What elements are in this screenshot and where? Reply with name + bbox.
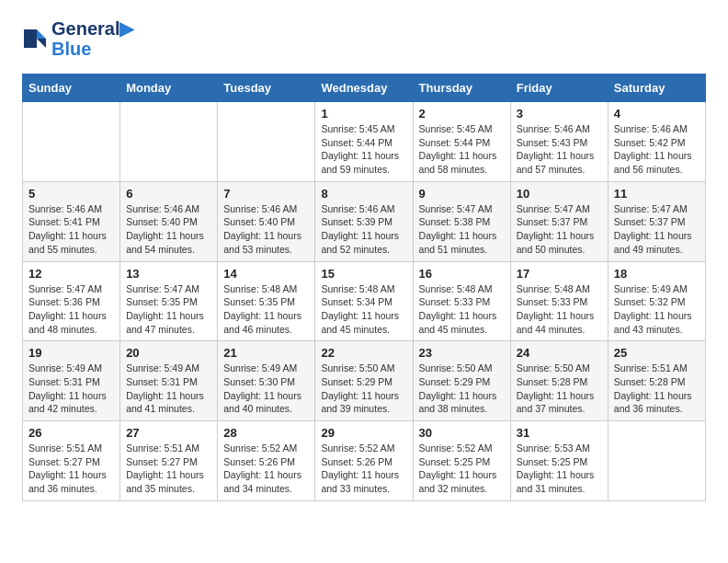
calendar-week-row: 1Sunrise: 5:45 AM Sunset: 5:44 PM Daylig… xyxy=(23,102,706,182)
day-detail: Sunrise: 5:48 AM Sunset: 5:33 PM Dayligh… xyxy=(419,282,505,337)
calendar-week-row: 12Sunrise: 5:47 AM Sunset: 5:36 PM Dayli… xyxy=(23,261,706,341)
day-number: 29 xyxy=(321,426,406,440)
calendar-cell: 15Sunrise: 5:48 AM Sunset: 5:34 PM Dayli… xyxy=(315,261,413,341)
calendar-cell: 19Sunrise: 5:49 AM Sunset: 5:31 PM Dayli… xyxy=(23,341,120,421)
day-number: 30 xyxy=(419,426,505,440)
day-detail: Sunrise: 5:46 AM Sunset: 5:41 PM Dayligh… xyxy=(28,202,114,257)
weekday-header-wednesday: Wednesday xyxy=(315,75,413,102)
calendar-cell xyxy=(218,102,315,182)
day-number: 16 xyxy=(419,267,505,281)
weekday-header-row: SundayMondayTuesdayWednesdayThursdayFrid… xyxy=(23,75,706,102)
svg-marker-0 xyxy=(37,29,46,39)
logo: General▶ Blue xyxy=(22,18,133,59)
day-detail: Sunrise: 5:48 AM Sunset: 5:34 PM Dayligh… xyxy=(321,282,406,337)
day-number: 4 xyxy=(614,107,700,121)
day-detail: Sunrise: 5:51 AM Sunset: 5:28 PM Dayligh… xyxy=(614,362,700,416)
calendar-week-row: 26Sunrise: 5:51 AM Sunset: 5:27 PM Dayli… xyxy=(23,421,706,501)
calendar-week-row: 19Sunrise: 5:49 AM Sunset: 5:31 PM Dayli… xyxy=(23,341,706,421)
calendar-cell: 28Sunrise: 5:52 AM Sunset: 5:26 PM Dayli… xyxy=(218,421,315,501)
day-number: 22 xyxy=(321,346,406,360)
calendar-cell: 13Sunrise: 5:47 AM Sunset: 5:35 PM Dayli… xyxy=(120,261,218,341)
calendar-cell: 7Sunrise: 5:46 AM Sunset: 5:40 PM Daylig… xyxy=(218,181,315,261)
calendar-cell: 17Sunrise: 5:48 AM Sunset: 5:33 PM Dayli… xyxy=(510,261,608,341)
calendar-cell xyxy=(120,102,218,182)
day-number: 11 xyxy=(614,187,700,201)
calendar-cell: 31Sunrise: 5:53 AM Sunset: 5:25 PM Dayli… xyxy=(510,421,608,501)
day-detail: Sunrise: 5:47 AM Sunset: 5:37 PM Dayligh… xyxy=(517,202,602,257)
day-number: 7 xyxy=(223,187,309,201)
header: General▶ Blue xyxy=(22,18,706,59)
calendar-cell: 18Sunrise: 5:49 AM Sunset: 5:32 PM Dayli… xyxy=(608,261,705,341)
calendar-week-row: 5Sunrise: 5:46 AM Sunset: 5:41 PM Daylig… xyxy=(23,181,706,261)
calendar-cell: 12Sunrise: 5:47 AM Sunset: 5:36 PM Dayli… xyxy=(23,261,120,341)
day-number: 23 xyxy=(419,346,505,360)
day-number: 27 xyxy=(126,426,211,440)
day-number: 13 xyxy=(126,267,211,281)
day-number: 15 xyxy=(321,267,406,281)
day-number: 17 xyxy=(517,267,602,281)
calendar-cell: 5Sunrise: 5:46 AM Sunset: 5:41 PM Daylig… xyxy=(23,181,120,261)
day-detail: Sunrise: 5:49 AM Sunset: 5:31 PM Dayligh… xyxy=(126,362,211,416)
calendar-cell xyxy=(23,102,120,182)
day-detail: Sunrise: 5:52 AM Sunset: 5:25 PM Dayligh… xyxy=(419,442,505,496)
day-detail: Sunrise: 5:49 AM Sunset: 5:31 PM Dayligh… xyxy=(28,362,114,416)
calendar-cell: 8Sunrise: 5:46 AM Sunset: 5:39 PM Daylig… xyxy=(315,181,413,261)
calendar-table: SundayMondayTuesdayWednesdayThursdayFrid… xyxy=(22,74,706,501)
weekday-header-friday: Friday xyxy=(510,75,608,102)
svg-marker-1 xyxy=(37,39,46,48)
day-number: 18 xyxy=(614,267,700,281)
calendar-cell: 11Sunrise: 5:47 AM Sunset: 5:37 PM Dayli… xyxy=(608,181,705,261)
calendar-cell: 14Sunrise: 5:48 AM Sunset: 5:35 PM Dayli… xyxy=(218,261,315,341)
calendar-cell: 30Sunrise: 5:52 AM Sunset: 5:25 PM Dayli… xyxy=(413,421,510,501)
day-detail: Sunrise: 5:49 AM Sunset: 5:32 PM Dayligh… xyxy=(614,282,700,337)
day-number: 19 xyxy=(28,346,114,360)
logo-text: General▶ Blue xyxy=(51,18,133,59)
day-number: 9 xyxy=(419,187,505,201)
calendar-cell: 6Sunrise: 5:46 AM Sunset: 5:40 PM Daylig… xyxy=(120,181,218,261)
calendar-cell: 3Sunrise: 5:46 AM Sunset: 5:43 PM Daylig… xyxy=(510,102,608,182)
calendar-cell: 25Sunrise: 5:51 AM Sunset: 5:28 PM Dayli… xyxy=(608,341,705,421)
calendar-cell: 2Sunrise: 5:45 AM Sunset: 5:44 PM Daylig… xyxy=(413,102,510,182)
day-detail: Sunrise: 5:47 AM Sunset: 5:35 PM Dayligh… xyxy=(126,282,211,337)
day-detail: Sunrise: 5:50 AM Sunset: 5:29 PM Dayligh… xyxy=(419,362,505,416)
calendar-cell: 1Sunrise: 5:45 AM Sunset: 5:44 PM Daylig… xyxy=(315,102,413,182)
day-number: 2 xyxy=(419,107,505,121)
calendar-cell: 24Sunrise: 5:50 AM Sunset: 5:28 PM Dayli… xyxy=(510,341,608,421)
day-detail: Sunrise: 5:48 AM Sunset: 5:33 PM Dayligh… xyxy=(517,282,602,337)
day-number: 12 xyxy=(28,267,114,281)
day-number: 26 xyxy=(28,426,114,440)
day-detail: Sunrise: 5:46 AM Sunset: 5:42 PM Dayligh… xyxy=(614,122,700,177)
day-detail: Sunrise: 5:52 AM Sunset: 5:26 PM Dayligh… xyxy=(321,442,406,496)
day-number: 14 xyxy=(223,267,309,281)
day-detail: Sunrise: 5:46 AM Sunset: 5:43 PM Dayligh… xyxy=(517,122,602,177)
calendar-cell xyxy=(608,421,705,501)
day-detail: Sunrise: 5:45 AM Sunset: 5:44 PM Dayligh… xyxy=(321,122,406,177)
calendar-cell: 4Sunrise: 5:46 AM Sunset: 5:42 PM Daylig… xyxy=(608,102,705,182)
day-detail: Sunrise: 5:46 AM Sunset: 5:40 PM Dayligh… xyxy=(223,202,309,257)
day-number: 3 xyxy=(517,107,602,121)
day-detail: Sunrise: 5:51 AM Sunset: 5:27 PM Dayligh… xyxy=(28,442,114,496)
calendar-cell: 29Sunrise: 5:52 AM Sunset: 5:26 PM Dayli… xyxy=(315,421,413,501)
day-number: 25 xyxy=(614,346,700,360)
weekday-header-sunday: Sunday xyxy=(23,75,120,102)
day-detail: Sunrise: 5:48 AM Sunset: 5:35 PM Dayligh… xyxy=(223,282,309,337)
day-detail: Sunrise: 5:50 AM Sunset: 5:29 PM Dayligh… xyxy=(321,362,406,416)
calendar-cell: 27Sunrise: 5:51 AM Sunset: 5:27 PM Dayli… xyxy=(120,421,218,501)
calendar-cell: 10Sunrise: 5:47 AM Sunset: 5:37 PM Dayli… xyxy=(510,181,608,261)
calendar-cell: 22Sunrise: 5:50 AM Sunset: 5:29 PM Dayli… xyxy=(315,341,413,421)
page: General▶ Blue SundayMondayTuesdayWednesd… xyxy=(0,0,728,520)
day-number: 8 xyxy=(321,187,406,201)
day-number: 21 xyxy=(223,346,309,360)
day-number: 24 xyxy=(517,346,602,360)
logo-icon xyxy=(22,26,48,52)
day-number: 20 xyxy=(126,346,211,360)
weekday-header-monday: Monday xyxy=(120,75,218,102)
day-detail: Sunrise: 5:52 AM Sunset: 5:26 PM Dayligh… xyxy=(223,442,309,496)
calendar-cell: 21Sunrise: 5:49 AM Sunset: 5:30 PM Dayli… xyxy=(218,341,315,421)
day-detail: Sunrise: 5:46 AM Sunset: 5:40 PM Dayligh… xyxy=(126,202,211,257)
day-detail: Sunrise: 5:47 AM Sunset: 5:37 PM Dayligh… xyxy=(614,202,700,257)
calendar-cell: 20Sunrise: 5:49 AM Sunset: 5:31 PM Dayli… xyxy=(120,341,218,421)
calendar-cell: 9Sunrise: 5:47 AM Sunset: 5:38 PM Daylig… xyxy=(413,181,510,261)
day-detail: Sunrise: 5:47 AM Sunset: 5:38 PM Dayligh… xyxy=(419,202,505,257)
day-number: 31 xyxy=(517,426,602,440)
